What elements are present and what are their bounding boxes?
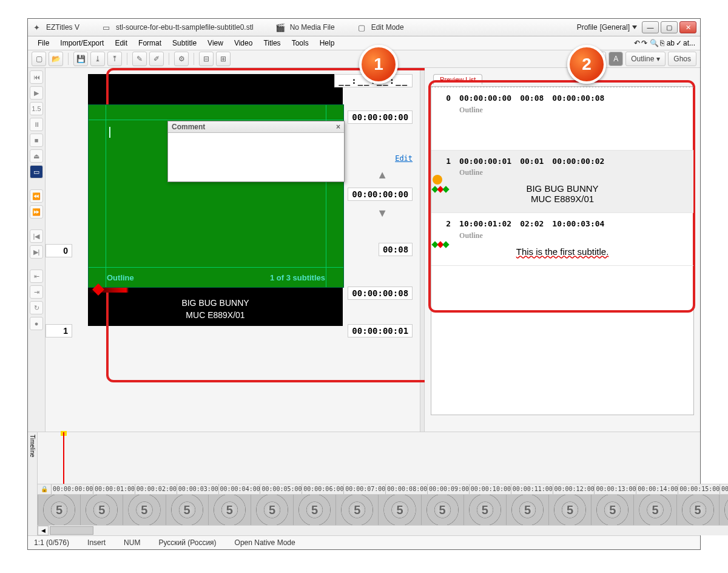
tc-top-field[interactable]: __:__:__:__ xyxy=(334,74,413,87)
record-button[interactable]: ● xyxy=(30,317,43,330)
main-area: ⏮ ▶ 1.5 ⏸ ■ ⏏ ▭ ⏪ ⏩ |◀ ▶| ⇤ ⇥ ↻ ● xyxy=(28,68,700,432)
tc-mid-field[interactable]: 00:00:00:00 xyxy=(348,188,413,201)
media-icon: 🎬 xyxy=(275,22,285,32)
minimize-button[interactable]: — xyxy=(642,21,659,33)
pause-button[interactable]: ⏸ xyxy=(30,118,43,131)
skip-back-button[interactable]: |◀ xyxy=(30,229,43,243)
horizontal-scrollbar[interactable]: ◀ ▶ xyxy=(38,525,728,535)
app-icon: ✦ xyxy=(32,22,41,32)
scroll-thumb[interactable] xyxy=(50,526,93,535)
timeline-strip[interactable] xyxy=(88,288,343,293)
splitter[interactable] xyxy=(420,68,425,432)
redo-button[interactable]: ↷ xyxy=(641,39,647,47)
status-insert: Insert xyxy=(87,538,106,547)
menu-file[interactable]: File xyxy=(33,38,54,49)
save-button[interactable]: 💾 xyxy=(73,52,88,66)
spellcheck-button[interactable]: ab xyxy=(667,39,675,47)
chevron-down-icon xyxy=(632,25,637,29)
subtitle-edit-canvas[interactable]: Comment× Outline 1 of 3 subtitles xyxy=(88,104,344,288)
titlebar: ✦ EZTitles V ▭ stl-source-for-ebu-tt-sam… xyxy=(28,19,700,36)
media-name: No Media File xyxy=(290,23,335,32)
status-position: 1:1 (0/576) xyxy=(34,538,69,547)
app-root: ✦ EZTitles V ▭ stl-source-for-ebu-tt-sam… xyxy=(0,0,728,573)
left-toolbar: ⏮ ▶ 1.5 ⏸ ■ ⏏ ▭ ⏪ ⏩ |◀ ▶| ⇤ ⇥ ↻ ● xyxy=(28,68,46,432)
new-button[interactable]: ▢ xyxy=(32,52,46,66)
tool-a-button[interactable]: ✎ xyxy=(132,52,147,66)
scroll-left-button[interactable]: ◀ xyxy=(38,526,49,535)
tc-duration-field[interactable]: 00:08 xyxy=(379,243,413,256)
expand-button[interactable]: ⊞ xyxy=(216,52,231,66)
edit-link[interactable]: Edit xyxy=(395,154,413,163)
play-prev-button[interactable]: ⏮ xyxy=(30,70,43,84)
playhead[interactable] xyxy=(63,432,64,484)
step-back-button[interactable]: ⏪ xyxy=(30,189,43,203)
timeline-ruler[interactable]: 🔒 00:00:00:00 00:00:01:00 00:00:02:00 00… xyxy=(38,484,728,495)
collapse-button[interactable]: ⊟ xyxy=(199,52,214,66)
play-button[interactable]: ▶ xyxy=(30,86,43,100)
settings-button[interactable]: ⚙ xyxy=(174,52,189,66)
subtitle-index-0: 0 xyxy=(46,244,72,257)
maximize-button[interactable]: ▢ xyxy=(661,21,678,33)
subtitle-counter: 1 of 3 subtitles xyxy=(270,273,325,282)
search-button[interactable]: 🔍 xyxy=(650,39,659,47)
align-left-button[interactable]: ≡ xyxy=(575,52,589,66)
jump-back-button[interactable]: ⇤ xyxy=(30,270,43,283)
font-style-button[interactable]: A xyxy=(608,52,623,66)
eject-button[interactable]: ⏏ xyxy=(30,149,43,163)
cue-markers-icon xyxy=(433,187,448,192)
import-button[interactable]: ⤓ xyxy=(90,52,105,66)
file-icon: ▭ xyxy=(101,22,111,32)
list-item[interactable]: 210:00:01:0202:0210:00:03:04 Outline Thi… xyxy=(431,213,693,266)
arrow-up-icon[interactable]: ▲ xyxy=(377,169,388,181)
preview-panel: Preview List 000:00:00:0000:0800:00:00:0… xyxy=(425,68,700,432)
speed-button[interactable]: 1.5 xyxy=(30,102,43,115)
thumbnail-strip[interactable]: 55555555555555555 xyxy=(38,495,728,525)
comment-textarea[interactable] xyxy=(168,133,344,181)
menu-edit[interactable]: Edit xyxy=(110,38,132,49)
statusbar: 1:1 (0/576) Insert NUM Русский (Россия) … xyxy=(28,535,700,549)
copy-button[interactable]: ⎘ xyxy=(660,39,664,47)
close-icon[interactable]: × xyxy=(336,123,340,131)
close-button[interactable]: ✕ xyxy=(679,21,696,33)
menu-video[interactable]: Video xyxy=(229,38,257,49)
tc-in-field[interactable]: 00:00:00:00 xyxy=(348,110,413,124)
timecode-column: __:__:__:__ 00:00:00:00 Edit ▲ 00:00:00:… xyxy=(352,74,413,337)
timeline-track[interactable] xyxy=(38,432,728,484)
mode-icon: ▢ xyxy=(357,22,366,32)
stop-button[interactable]: ■ xyxy=(30,134,43,147)
style-label: Outline xyxy=(107,273,134,282)
profile-selector[interactable]: Profile [General] xyxy=(577,23,637,32)
outline-style-button[interactable]: Outline ▾ xyxy=(625,52,666,66)
font-a-button[interactable]: A xyxy=(592,52,606,66)
menu-subtitle[interactable]: Subtitle xyxy=(167,38,201,49)
tc-next-in-field[interactable]: 00:00:00:01 xyxy=(348,324,413,337)
open-button[interactable]: 📂 xyxy=(49,52,63,66)
arrow-down-icon[interactable]: ▼ xyxy=(377,207,388,220)
tool-b-button[interactable]: ✐ xyxy=(149,52,164,66)
loop-button[interactable]: ↻ xyxy=(30,301,43,314)
list-item[interactable]: 100:00:00:0100:0100:00:00:02 Outline BIG… xyxy=(431,151,693,214)
menubar: File Import/Export Edit Format Subtitle … xyxy=(28,36,700,50)
comment-popup[interactable]: Comment× xyxy=(167,121,345,182)
step-fwd-button[interactable]: ⏩ xyxy=(30,205,43,219)
lock-icon[interactable]: 🔒 xyxy=(38,484,51,494)
list-item[interactable]: 000:00:00:0000:0800:00:00:08 Outline xyxy=(431,87,693,151)
at-button[interactable]: at... xyxy=(683,39,695,47)
menu-titles[interactable]: Titles xyxy=(258,38,285,49)
skip-fwd-button[interactable]: ▶| xyxy=(30,245,43,259)
check-button[interactable]: ✓ xyxy=(676,39,682,47)
ghost-button[interactable]: Ghos xyxy=(668,52,696,66)
jump-fwd-button[interactable]: ⇥ xyxy=(30,285,43,299)
export-button[interactable]: ⤒ xyxy=(107,52,122,66)
undo-button[interactable]: ↶ xyxy=(634,39,640,47)
tc-out-field[interactable]: 00:00:00:08 xyxy=(348,286,413,300)
next-subtitle-preview: BIG BUG BUNNY MUC E889X/01 xyxy=(88,293,343,326)
menu-import-export[interactable]: Import/Export xyxy=(55,38,109,49)
menu-format[interactable]: Format xyxy=(133,38,166,49)
screen-button[interactable]: ▭ xyxy=(30,165,43,178)
menu-tools[interactable]: Tools xyxy=(287,38,314,49)
menu-view[interactable]: View xyxy=(203,38,228,49)
menu-help[interactable]: Help xyxy=(315,38,340,49)
preview-list[interactable]: 000:00:00:0000:0800:00:00:08 Outline 100… xyxy=(431,86,694,415)
tab-preview-list[interactable]: Preview List xyxy=(433,74,482,84)
